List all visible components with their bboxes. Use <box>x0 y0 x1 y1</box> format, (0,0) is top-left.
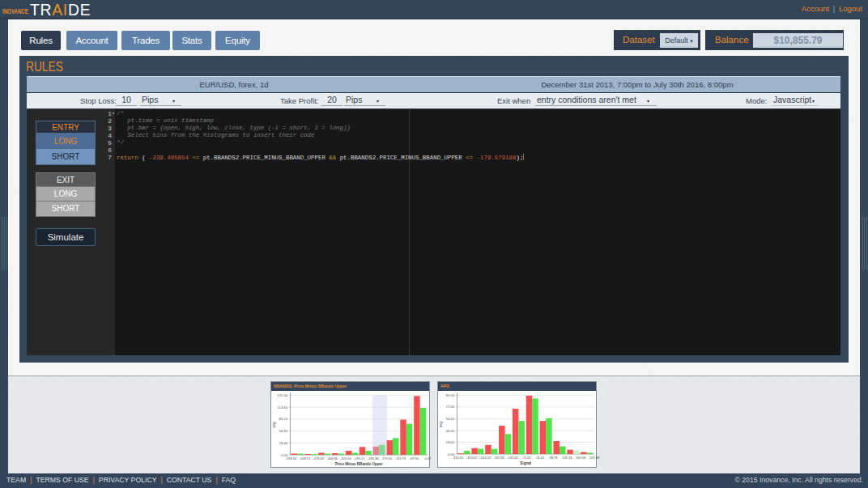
svg-text:-359.03: -359.03 <box>340 456 351 460</box>
svg-text:48.78: 48.78 <box>549 456 558 460</box>
svg-text:-119.73: -119.73 <box>395 456 406 460</box>
svg-text:-538.51: -538.51 <box>300 456 311 460</box>
svg-text:-0.07: -0.07 <box>423 456 432 460</box>
svg-text:-478.69: -478.69 <box>313 456 324 460</box>
svg-text:-598.34: -598.34 <box>286 456 297 460</box>
svg-text:-374.02: -374.02 <box>453 456 464 460</box>
svg-text:-313.62: -313.62 <box>466 456 478 460</box>
svg-text:-11.62: -11.62 <box>535 456 545 460</box>
svg-text:avg: avg <box>272 422 276 428</box>
svg-text:54.00: 54.00 <box>446 417 456 421</box>
svg-text:-299.21: -299.21 <box>354 456 365 460</box>
svg-text:85.20: 85.20 <box>279 417 289 421</box>
svg-text:-132.42: -132.42 <box>507 456 518 460</box>
svg-text:229.98: 229.98 <box>589 456 600 460</box>
svg-text:-192.82: -192.82 <box>493 456 504 460</box>
svg-text:90.00: 90.00 <box>446 393 456 397</box>
svg-text:-253.22: -253.22 <box>479 456 491 460</box>
svg-text:-418.86: -418.86 <box>326 456 338 460</box>
svg-text:Price Minus BBands Upper: Price Minus BBands Upper <box>335 462 383 466</box>
svg-text:-59.90: -59.90 <box>410 456 419 460</box>
svg-text:-239.38: -239.38 <box>368 456 379 460</box>
svg-text:72.00: 72.00 <box>446 405 456 409</box>
svg-text:Signal: Signal <box>520 461 531 465</box>
svg-text:142.00: 142.00 <box>277 393 288 397</box>
svg-text:-179.55: -179.55 <box>381 456 393 460</box>
svg-text:56.80: 56.80 <box>279 429 289 433</box>
svg-text:avg: avg <box>439 422 443 428</box>
svg-text:36.00: 36.00 <box>446 429 456 433</box>
svg-text:-72.02: -72.02 <box>521 456 531 460</box>
svg-text:18.00: 18.00 <box>446 440 456 444</box>
svg-text:28.40: 28.40 <box>279 441 289 445</box>
svg-text:113.60: 113.60 <box>277 405 288 409</box>
svg-text:169.58: 169.58 <box>576 456 586 460</box>
svg-text:109.18: 109.18 <box>562 456 572 460</box>
